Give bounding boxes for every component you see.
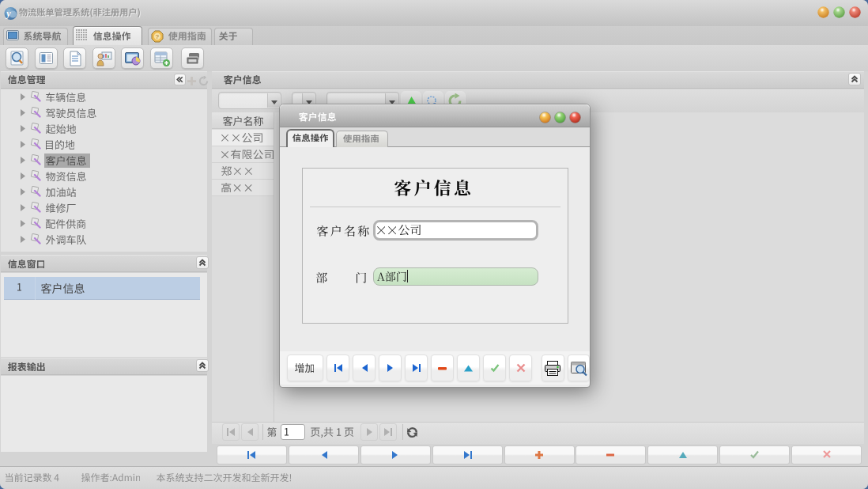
svg-text:?: ? — [156, 33, 160, 40]
svg-text:y: y — [5, 8, 11, 19]
